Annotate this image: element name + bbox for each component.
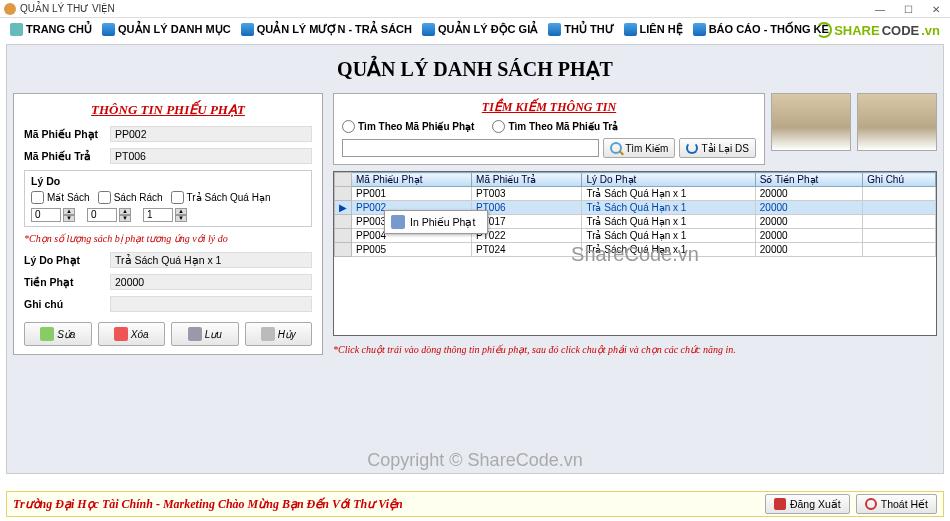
context-print[interactable]: In Phiếu Phạt [387, 213, 485, 231]
data-grid[interactable]: Mã Phiếu PhạtMã Phiếu TrảLý Do PhạtSố Ti… [333, 171, 937, 336]
spinner-2[interactable]: 0▲▼ [87, 208, 131, 222]
cancel-button[interactable]: Hủy [245, 322, 313, 346]
folder-icon [241, 23, 254, 36]
hint-text: *Chọn số lượng sách bị phạt tương ứng vớ… [24, 233, 312, 244]
menu-docgia[interactable]: QUẢN LÝ ĐỘC GIẢ [418, 23, 542, 36]
input-tien[interactable] [110, 274, 312, 290]
footer-bar: Trường Đại Học Tài Chính - Marketing Chà… [6, 491, 944, 517]
chk-matsach[interactable]: Mất Sách [31, 191, 90, 204]
folder-icon [422, 23, 435, 36]
folder-icon [548, 23, 561, 36]
label-mapt: Mã Phiếu Trả [24, 150, 104, 162]
menu-home[interactable]: TRANG CHỦ [6, 23, 96, 36]
label-mapp: Mã Phiếu Phạt [24, 128, 104, 140]
lock-icon [774, 498, 786, 510]
input-lydophat[interactable] [110, 252, 312, 268]
input-mapp[interactable] [110, 126, 312, 142]
footer-message: Trường Đại Học Tài Chính - Marketing Chà… [13, 497, 759, 512]
menu-thuthu[interactable]: THỦ THƯ [544, 23, 617, 36]
context-menu: In Phiếu Phạt [384, 210, 488, 234]
search-input[interactable] [342, 139, 599, 157]
logo-swirl-icon [816, 22, 832, 38]
menu-lienhe[interactable]: LIÊN HỆ [620, 23, 687, 36]
book-image-2 [857, 93, 937, 151]
title-bar: QUẢN LÝ THƯ VIỆN — ☐ ✕ [0, 0, 950, 18]
edit-button[interactable]: Sửa [24, 322, 92, 346]
cancel-icon [261, 327, 275, 341]
reload-button[interactable]: Tải Lại DS [679, 138, 756, 158]
save-button[interactable]: Lưu [171, 322, 239, 346]
maximize-button[interactable]: ☐ [894, 0, 922, 18]
reload-icon [686, 142, 698, 154]
delete-button[interactable]: Xóa [98, 322, 166, 346]
input-ghichu[interactable] [110, 296, 312, 312]
app-icon [4, 3, 16, 15]
exit-button[interactable]: Thoát Hết [856, 494, 937, 514]
form-heading: THÔNG TIN PHIẾU PHẠT [24, 102, 312, 118]
power-icon [865, 498, 877, 510]
print-icon [391, 215, 405, 229]
page-title: QUẢN LÝ DANH SÁCH PHẠT [13, 51, 937, 93]
sharecode-logo: SHARECODE.vn [816, 22, 940, 38]
search-button[interactable]: Tìm Kiếm [603, 138, 675, 158]
label-lydo: Lý Do [31, 175, 305, 187]
search-icon [610, 142, 622, 154]
search-heading: TIỀM KIẾM THÔNG TIN [342, 100, 756, 115]
book-image-1 [771, 93, 851, 151]
save-icon [188, 327, 202, 341]
spinner-3[interactable]: 1▲▼ [143, 208, 187, 222]
chk-quahan[interactable]: Trả Sách Quá Hạn [171, 191, 271, 204]
menu-muontra[interactable]: QUẢN LÝ MƯỢN - TRẢ SÁCH [237, 23, 416, 36]
search-panel: TIỀM KIẾM THÔNG TIN Tìm Theo Mã Phiếu Ph… [333, 93, 765, 165]
reason-group: Lý Do Mất Sách Sách Rách Trả Sách Quá Hạ… [24, 170, 312, 227]
grid-note: *Click chuột trái vào dòng thông tin phi… [333, 344, 937, 355]
radio-mapt[interactable]: Tìm Theo Mã Phiếu Trả [492, 120, 618, 133]
menu-baocao[interactable]: BÁO CÁO - THỐNG KÊ [689, 23, 833, 36]
home-icon [10, 23, 23, 36]
label-tien: Tiền Phạt [24, 276, 104, 288]
menu-bar: TRANG CHỦ QUẢN LÝ DANH MỤC QUẢN LÝ MƯỢN … [0, 18, 950, 40]
label-lydophat: Lý Do Phạt [24, 254, 104, 266]
radio-mapp[interactable]: Tìm Theo Mã Phiếu Phạt [342, 120, 474, 133]
edit-icon [40, 327, 54, 341]
main-area: QUẢN LÝ DANH SÁCH PHẠT THÔNG TIN PHIẾU P… [6, 44, 944, 474]
logout-button[interactable]: Đăng Xuất [765, 494, 850, 514]
chk-sachrach[interactable]: Sách Rách [98, 191, 163, 204]
minimize-button[interactable]: — [866, 0, 894, 18]
label-ghichu: Ghi chú [24, 298, 104, 310]
close-button[interactable]: ✕ [922, 0, 950, 18]
folder-icon [624, 23, 637, 36]
window-controls: — ☐ ✕ [866, 0, 950, 18]
folder-icon [102, 23, 115, 36]
window-title: QUẢN LÝ THƯ VIỆN [20, 3, 115, 14]
delete-icon [114, 327, 128, 341]
folder-icon [693, 23, 706, 36]
menu-danhmuc[interactable]: QUẢN LÝ DANH MỤC [98, 23, 235, 36]
spinner-1[interactable]: 0▲▼ [31, 208, 75, 222]
form-panel: THÔNG TIN PHIẾU PHẠT Mã Phiếu Phạt Mã Ph… [13, 93, 323, 355]
input-mapt[interactable] [110, 148, 312, 164]
